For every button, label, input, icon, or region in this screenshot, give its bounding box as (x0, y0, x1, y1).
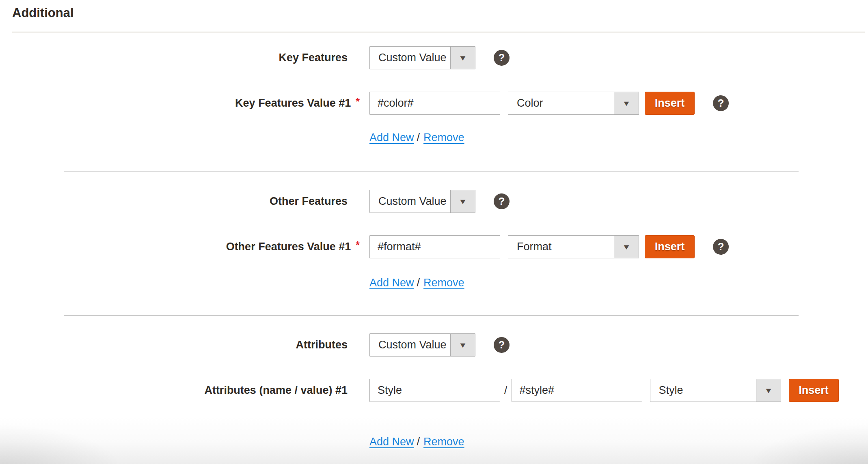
section-divider (64, 315, 799, 316)
other-features-type-row: Other Features Custom Value ▼ ? (0, 190, 868, 213)
attributes-value-row: Attributes (name / value) #1 / Style ▼ I… (0, 379, 868, 402)
key-features-add-new-link[interactable]: Add New (369, 131, 414, 144)
attributes-attribute-select-value: Style (650, 379, 756, 402)
attributes-select-value: Custom Value (370, 334, 450, 356)
other-features-attribute-select-value: Format (508, 236, 614, 258)
chevron-down-icon[interactable]: ▼ (614, 92, 639, 114)
key-features-value-row: Key Features Value #1* Color ▼ Insert ? (0, 92, 868, 115)
key-features-type-row: Key Features Custom Value ▼ ? (0, 46, 868, 69)
other-features-value-help-icon[interactable]: ? (713, 239, 729, 255)
slash-separator: / (504, 384, 507, 397)
links-separator: / (417, 436, 420, 448)
chevron-down-icon[interactable]: ▼ (450, 334, 475, 356)
key-features-help-icon[interactable]: ? (494, 50, 510, 66)
attribute-value-input[interactable] (512, 379, 642, 402)
attributes-insert-button[interactable]: Insert (789, 379, 839, 402)
other-features-remove-link[interactable]: Remove (423, 277, 464, 289)
other-features-links: Add New/Remove (369, 277, 464, 289)
attributes-type-row: Attributes Custom Value ▼ ? (0, 333, 868, 357)
attribute-name-input[interactable] (369, 379, 500, 402)
attributes-add-new-link[interactable]: Add New (369, 436, 414, 448)
key-features-attribute-select-value: Color (508, 92, 614, 114)
chevron-down-icon[interactable]: ▼ (614, 236, 639, 258)
key-features-select-value: Custom Value (370, 47, 450, 69)
key-features-links: Add New/Remove (369, 131, 464, 144)
other-features-label: Other Features (0, 195, 360, 208)
other-features-select[interactable]: Custom Value ▼ (369, 190, 475, 213)
attributes-label: Attributes (0, 338, 360, 351)
key-features-insert-button[interactable]: Insert (645, 92, 695, 115)
key-features-remove-link[interactable]: Remove (423, 131, 464, 144)
other-features-attribute-select[interactable]: Format ▼ (508, 235, 639, 258)
key-features-value-help-icon[interactable]: ? (713, 95, 729, 111)
other-features-value-row: Other Features Value #1* Format ▼ Insert… (0, 235, 868, 258)
attributes-select[interactable]: Custom Value ▼ (369, 333, 475, 357)
chevron-down-icon[interactable]: ▼ (450, 190, 475, 213)
key-features-value-label: Key Features Value #1* (0, 97, 360, 110)
links-separator: / (417, 131, 420, 144)
required-asterisk: * (356, 239, 360, 251)
section-divider (64, 171, 799, 172)
other-features-add-new-link[interactable]: Add New (369, 277, 414, 289)
other-features-select-value: Custom Value (370, 190, 450, 213)
attributes-links: Add New/Remove (369, 436, 464, 448)
attributes-attribute-select[interactable]: Style ▼ (650, 379, 781, 402)
chevron-down-icon[interactable]: ▼ (756, 379, 781, 402)
other-features-value-input[interactable] (369, 235, 500, 258)
other-features-value-label: Other Features Value #1* (0, 240, 360, 253)
links-separator: / (417, 277, 420, 289)
attributes-remove-link[interactable]: Remove (423, 436, 464, 448)
other-features-insert-button[interactable]: Insert (645, 235, 695, 258)
key-features-value-input[interactable] (369, 92, 500, 115)
key-features-select[interactable]: Custom Value ▼ (369, 46, 475, 69)
attributes-value-label: Attributes (name / value) #1 (0, 384, 360, 397)
title-divider (12, 32, 865, 32)
page-title: Additional (12, 6, 74, 20)
other-features-help-icon[interactable]: ? (494, 193, 510, 209)
chevron-down-icon[interactable]: ▼ (450, 47, 475, 69)
key-features-attribute-select[interactable]: Color ▼ (508, 92, 639, 115)
attributes-help-icon[interactable]: ? (494, 337, 510, 353)
key-features-label: Key Features (0, 51, 360, 64)
required-asterisk: * (356, 96, 360, 107)
